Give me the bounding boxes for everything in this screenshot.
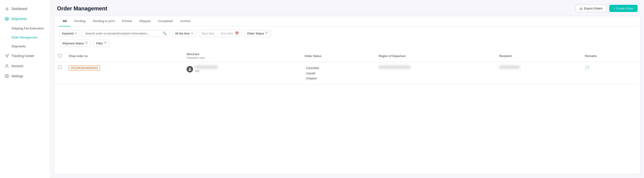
date-range-picker[interactable]: Start date → End date 📅 <box>198 30 242 37</box>
filter-icon <box>104 42 107 45</box>
date-arrow-icon: → <box>216 32 219 35</box>
filters-row-2: Shipment Status Filter <box>54 39 640 50</box>
time-chevron-icon: ▼ <box>191 32 193 35</box>
export-orders-button[interactable]: Export Orders <box>576 4 606 12</box>
end-date-label: End date <box>221 32 233 35</box>
select-all-checkbox[interactable] <box>58 54 61 57</box>
sidebar-label-settings: Settings <box>12 74 23 78</box>
sidebar-item-shipping-fee[interactable]: Shipping Fee Estimation <box>0 24 50 33</box>
header-actions: Export Orders + Create Order <box>576 4 638 12</box>
create-label: + Create Order <box>614 7 634 10</box>
svg-marker-5 <box>85 42 88 44</box>
tab-printed[interactable]: Printed <box>118 16 135 26</box>
tab-archive[interactable]: Archive <box>176 16 194 26</box>
page-header: Order Management Export Orders + Create … <box>50 0 644 16</box>
svg-marker-4 <box>266 32 268 34</box>
order-status-filter-icon <box>265 32 268 35</box>
merchant-details: API <box>195 66 218 73</box>
filters-row-1: Keyword ▼ 🔍 All the time ▼ Start date → … <box>54 26 640 39</box>
tracking-icon <box>4 54 9 58</box>
col-sub-merchant: Integration type <box>187 56 205 59</box>
merchant-info: API <box>187 66 297 73</box>
order-no-cell: 20210824034920443 <box>65 62 183 85</box>
merchant-cell: API <box>183 62 301 85</box>
tab-completed[interactable]: Completed <box>154 16 176 26</box>
merchant-type: API <box>195 70 218 73</box>
tab-pending-print[interactable]: Pending to print <box>89 16 118 26</box>
col-header-order-status: Order Status <box>301 50 375 62</box>
keyword-chevron-icon: ▼ <box>75 32 77 35</box>
status-item-cancelled: Cancelled <box>304 66 372 71</box>
tab-bar: All Pending Pending to print Printed Shi… <box>54 16 640 26</box>
sidebar-item-settings[interactable]: Settings <box>0 71 50 81</box>
col-header-order-no: Shop order no. <box>65 50 183 62</box>
sidebar-label-order-management: Order Management <box>12 36 38 39</box>
status-list: Cancelled Unpaid Shipped <box>304 66 372 81</box>
sidebar: ⊞ Dashboard Shipments Shipping Fee Estim… <box>0 0 50 178</box>
svg-marker-6 <box>104 42 106 44</box>
col-label-order-no: Shop order no. <box>69 54 88 58</box>
time-filter-button[interactable]: All the time ▼ <box>172 30 196 37</box>
order-status-cell: Cancelled Unpaid Shipped <box>301 62 375 85</box>
filter-label: Filter <box>96 42 103 45</box>
col-header-remarks: Remarks <box>581 50 640 62</box>
orders-table: Shop order no. Merchant Integration type… <box>54 50 640 85</box>
recipient-cell <box>496 62 581 85</box>
account-icon <box>4 64 9 68</box>
filter-button[interactable]: Filter <box>93 40 110 47</box>
export-icon <box>580 7 583 10</box>
sidebar-item-dashboard[interactable]: ⊞ Dashboard <box>0 4 50 14</box>
sidebar-item-order-management[interactable]: Order Management <box>0 33 50 42</box>
sidebar-item-shipments-sub[interactable]: Shipments <box>0 42 50 51</box>
sidebar-item-account[interactable]: Account <box>0 61 50 71</box>
col-label-merchant: Merchant <box>187 52 199 56</box>
main-content: Order Management Export Orders + Create … <box>50 0 644 178</box>
remarks-cell: 📄 <box>581 62 640 85</box>
sidebar-item-shipments[interactable]: Shipments <box>0 14 50 24</box>
tab-pending[interactable]: Pending <box>70 16 89 26</box>
col-label-recipient: Recipient <box>499 54 512 58</box>
dashboard-icon: ⊞ <box>4 6 9 11</box>
col-header-region: Region of Departure <box>375 50 496 62</box>
sidebar-item-tracking-center[interactable]: Tracking Center <box>0 51 50 61</box>
order-number-link[interactable]: 20210824034920443 <box>69 66 100 70</box>
shipment-status-label: Shipment Status <box>62 42 84 45</box>
row-checkbox-cell <box>54 62 65 85</box>
search-input[interactable] <box>85 32 161 35</box>
table-row: 20210824034920443 <box>54 62 640 85</box>
time-label: All the time <box>175 32 190 35</box>
search-icon: 🔍 <box>163 32 167 35</box>
sidebar-label-dashboard: Dashboard <box>12 7 27 10</box>
row-select-checkbox[interactable] <box>58 66 61 69</box>
orders-table-container: Shop order no. Merchant Integration type… <box>54 50 640 174</box>
table-header-row: Shop order no. Merchant Integration type… <box>54 50 640 62</box>
select-all-header <box>54 50 65 62</box>
avatar <box>187 66 193 72</box>
sidebar-label-shipments-sub: Shipments <box>12 44 26 48</box>
col-label-order-status: Order Status <box>304 54 322 58</box>
status-item-unpaid: Unpaid <box>304 71 372 76</box>
page-title: Order Management <box>57 5 107 12</box>
col-label-region: Region of Departure <box>378 54 406 58</box>
col-header-recipient: Recipient <box>496 50 581 62</box>
keyword-label: Keyword <box>62 32 74 35</box>
search-container: 🔍 <box>82 30 170 37</box>
svg-marker-0 <box>5 54 8 58</box>
shipment-status-filter-button[interactable]: Shipment Status <box>59 40 91 47</box>
create-order-button[interactable]: + Create Order <box>609 5 638 12</box>
svg-point-2 <box>6 76 8 77</box>
calendar-icon: 📅 <box>235 32 239 35</box>
remark-icon[interactable]: 📄 <box>585 66 590 70</box>
tab-shipped[interactable]: Shipped <box>135 16 154 26</box>
settings-icon <box>4 74 9 78</box>
export-label: Export Orders <box>584 7 603 10</box>
sidebar-label-account: Account <box>12 64 23 68</box>
region-cell <box>375 62 496 85</box>
tab-all[interactable]: All <box>59 16 70 26</box>
keyword-filter-button[interactable]: Keyword ▼ <box>59 30 80 37</box>
content-card: All Pending Pending to print Printed Shi… <box>54 16 640 174</box>
order-status-filter-button[interactable]: Order Status <box>244 30 271 37</box>
status-item-shipped: Shipped <box>304 76 372 81</box>
shipment-status-filter-icon <box>85 42 88 45</box>
start-date-label: Start date <box>202 32 214 35</box>
